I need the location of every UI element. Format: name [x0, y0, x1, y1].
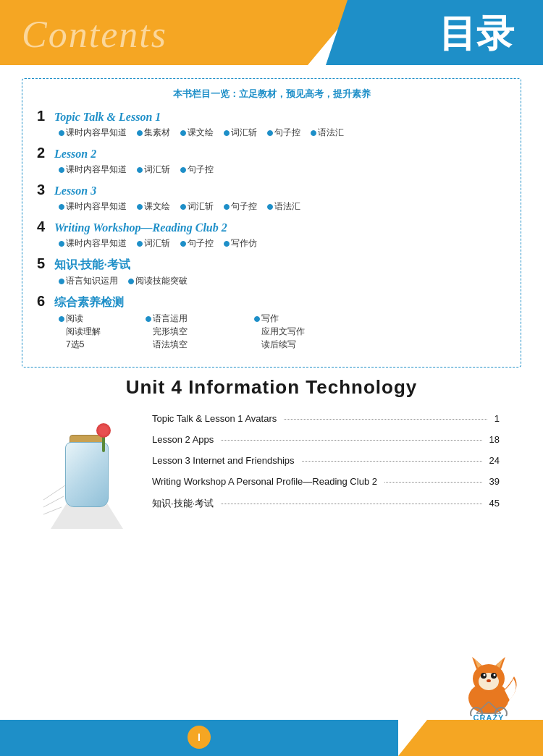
toc-num-4: 4 — [37, 218, 50, 235]
footer-blue-bg: I — [0, 720, 398, 756]
toc-sub-item: 词汇斩 — [137, 237, 170, 250]
toc-col-reading: 阅读 阅读理解 7选5 — [59, 313, 146, 351]
toc-sub-item: 句子控 — [267, 127, 300, 139]
toc-dots — [221, 440, 481, 441]
toc-title-5: 知识·技能·考试 — [54, 258, 130, 273]
toc-num-3: 3 — [37, 182, 50, 198]
unit-toc-row-5: 知识·技能·考试 45 — [152, 497, 500, 510]
page-header: Contents 目录 — [0, 0, 543, 65]
toc-sub-item: 课时内容早知道 — [59, 200, 127, 213]
toc-subs-4: 课时内容早知道 词汇斩 句子控 写作仿 — [37, 237, 506, 250]
toc-sub-item: 语言知识运用 — [59, 275, 118, 287]
svg-point-13 — [494, 674, 496, 676]
unit-toc-list: Topic Talk & Lesson 1 Avatars 1 Lesson 2… — [152, 413, 500, 520]
svg-point-14 — [487, 679, 491, 682]
toc-sub-item: 语法汇 — [311, 127, 344, 139]
toc-sub-item: 词汇斩 — [224, 127, 257, 139]
toc-item-5: 5 知识·技能·考试 语言知识运用 阅读技能突破 — [37, 255, 506, 287]
toc-sub-item: 课文绘 — [137, 200, 170, 213]
unit-toc-row-4: Writing Workshop A Personal Profile—Read… — [152, 476, 500, 487]
toc-sub-item: 句子控 — [224, 200, 257, 213]
toc-subs-3: 课时内容早知道 课文绘 词汇斩 句子控 语法汇 — [37, 200, 506, 213]
toc-title-2: Lesson 2 — [54, 148, 96, 161]
toc-subs-6: 阅读 阅读理解 7选5 语言运用 完形填空 语法填空 写作 — [37, 313, 506, 351]
unit-toc-page: 45 — [489, 498, 500, 509]
toc-subs-1: 课时内容早知道 集素材 课文绘 词汇斩 句子控 语法汇 — [37, 127, 506, 139]
contents-italic-text: Contents — [22, 13, 167, 56]
toc-sub-item: 句子控 — [180, 163, 214, 176]
unit-toc-label: Writing Workshop A Personal Profile—Read… — [152, 476, 377, 487]
toc-sub-item: 写作仿 — [224, 237, 257, 250]
unit-toc-row-1: Topic Talk & Lesson 1 Avatars 1 — [152, 413, 500, 424]
svg-line-0 — [43, 485, 65, 500]
svg-point-12 — [484, 674, 486, 676]
toc-title-4: Writing Workshop—Reading Club 2 — [54, 221, 227, 234]
toc-title-1: Topic Talk & Lesson 1 — [54, 111, 161, 124]
toc-num-2: 2 — [37, 145, 50, 161]
toc-subs-2: 课时内容早知道 词汇斩 句子控 — [37, 163, 506, 176]
toc-sub-item: 集素材 — [137, 127, 170, 139]
toc-sub-item: 词汇斩 — [180, 200, 214, 213]
toc-sub-item: 课时内容早知道 — [59, 163, 127, 176]
toc-subs-5: 语言知识运用 阅读技能突破 — [37, 275, 506, 287]
unit-illustration — [43, 413, 138, 529]
toc-sub-item: 课时内容早知道 — [59, 127, 127, 139]
contents-overview-box: 本书栏目一览：立足教材，预见高考，提升素养 1 Topic Talk & Les… — [22, 78, 521, 368]
header-chinese-title: 目录 — [439, 9, 514, 59]
toc-num-5: 5 — [37, 255, 50, 272]
toc-title-6: 综合素养检测 — [54, 295, 124, 310]
unit-toc-row-2: Lesson 2 Apps 18 — [152, 434, 500, 445]
unit-toc-page: 39 — [489, 476, 500, 487]
svg-line-2 — [43, 507, 62, 514]
unit-toc-page: 18 — [489, 434, 500, 445]
unit-title: Unit 4 Information Technology — [43, 376, 500, 399]
unit-section: Unit 4 Information Technology — [0, 376, 543, 529]
unit-toc-label: Lesson 2 Apps — [152, 434, 214, 445]
toc-item-6: 6 综合素养检测 阅读 阅读理解 7选5 语言运用 — [37, 293, 506, 351]
fox-mascot-area: CRAZY — [456, 644, 521, 716]
toc-item-2: 2 Lesson 2 课时内容早知道 词汇斩 句子控 — [37, 145, 506, 176]
toc-item-3: 3 Lesson 3 课时内容早知道 课文绘 词汇斩 句子控 语法汇 — [37, 182, 506, 213]
unit-toc-label: Topic Talk & Lesson 1 Avatars — [152, 413, 277, 424]
toc-sub-item: 课时内容早知道 — [59, 237, 127, 250]
toc-item-1: 1 Topic Talk & Lesson 1 课时内容早知道 集素材 课文绘 … — [37, 108, 506, 139]
unit-toc-label-zh: 知识·技能·考试 — [152, 497, 214, 510]
toc-dots — [302, 461, 482, 462]
toc-dots — [284, 419, 487, 420]
toc-sub-item: 语法汇 — [267, 200, 300, 213]
toc-sub-item: 阅读技能突破 — [128, 275, 188, 287]
illustration-lines — [43, 413, 138, 529]
footer-yellow-bg — [398, 720, 543, 756]
unit-content-area: Topic Talk & Lesson 1 Avatars 1 Lesson 2… — [43, 413, 500, 529]
toc-col-writing: 写作 应用文写作 读后续写 — [254, 313, 341, 351]
toc-dots — [384, 482, 482, 483]
toc-num-6: 6 — [37, 293, 50, 310]
toc-sub-item: 词汇斩 — [137, 163, 170, 176]
toc-title-3: Lesson 3 — [54, 184, 96, 198]
toc-item-4: 4 Writing Workshop—Reading Club 2 课时内容早知… — [37, 218, 506, 250]
toc-dots — [221, 504, 481, 504]
unit-toc-page: 24 — [489, 455, 500, 466]
contents-subtitle: 本书栏目一览：立足教材，预见高考，提升素养 — [37, 88, 506, 101]
unit-toc-row-3: Lesson 3 Internet and Friendships 24 — [152, 455, 500, 466]
toc-sub-item: 课文绘 — [180, 127, 214, 139]
toc-sub-item: 句子控 — [180, 237, 214, 250]
toc-num-1: 1 — [37, 108, 50, 124]
page-footer: I — [0, 720, 543, 756]
unit-toc-page: 1 — [494, 413, 500, 424]
toc-col-language: 语言运用 完形填空 语法填空 — [146, 313, 254, 351]
fox-svg — [456, 644, 521, 716]
page-number: I — [188, 726, 211, 749]
unit-toc-label: Lesson 3 Internet and Friendships — [152, 455, 295, 466]
